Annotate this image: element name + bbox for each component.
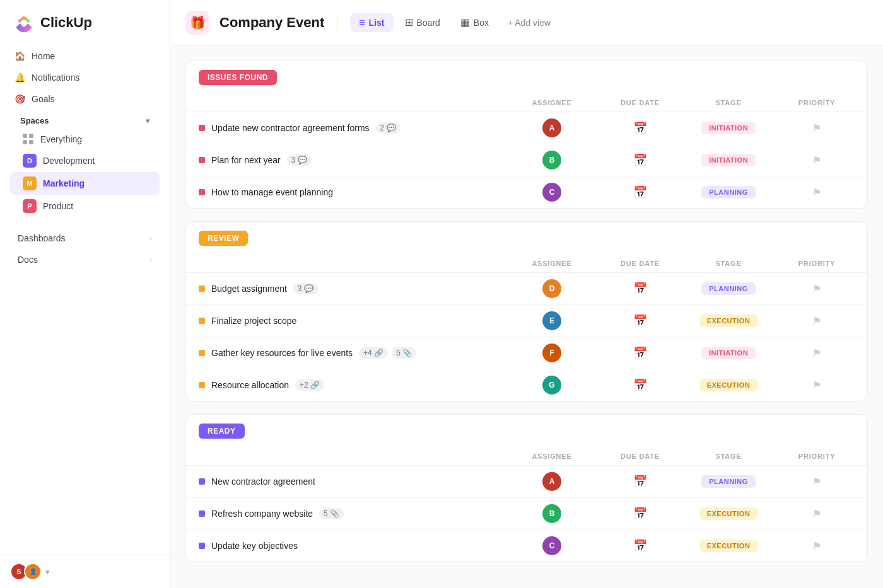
stage-badge-t1: INITIATION bbox=[701, 122, 756, 134]
sidebar-item-product[interactable]: P Product bbox=[10, 195, 160, 217]
col-task-review bbox=[199, 260, 501, 267]
stage-t6: INITIATION bbox=[678, 347, 779, 359]
task-title-t7[interactable]: Resource allocation bbox=[211, 380, 289, 390]
spaces-chevron-icon: ▾ bbox=[146, 117, 149, 125]
calendar-icon-t6: 📅 bbox=[633, 346, 647, 360]
priority-t2: ⚑ bbox=[779, 154, 855, 166]
assignee-t10: C bbox=[501, 536, 602, 555]
calendar-icon-t4: 📅 bbox=[633, 282, 647, 296]
logo-area: ClickUp bbox=[0, 0, 170, 40]
task-title-t8[interactable]: New contractor agreement bbox=[211, 476, 315, 487]
group-header-review: REVIEW bbox=[186, 222, 867, 255]
due-date-t2[interactable]: 📅 bbox=[602, 153, 678, 167]
sidebar-item-marketing[interactable]: M Marketing bbox=[10, 172, 160, 195]
user-chevron-icon[interactable]: ▾ bbox=[45, 567, 50, 577]
tab-board[interactable]: ⊞ Board bbox=[396, 13, 449, 32]
flag-icon-t2: ⚑ bbox=[812, 154, 821, 166]
task-dot-t5 bbox=[199, 318, 205, 324]
due-date-t9[interactable]: 📅 bbox=[602, 507, 678, 521]
task-meta-t6: +4 🔗 5 📎 bbox=[359, 347, 416, 359]
calendar-icon-t9: 📅 bbox=[633, 507, 647, 521]
task-title-t5[interactable]: Finalize project scope bbox=[211, 316, 296, 326]
task-dot-t10 bbox=[199, 543, 205, 549]
priority-t5: ⚑ bbox=[779, 315, 855, 327]
task-name-t8: New contractor agreement bbox=[199, 476, 501, 487]
tab-list[interactable]: ≡ List bbox=[350, 13, 393, 32]
calendar-icon-t7: 📅 bbox=[633, 378, 647, 392]
task-dot-t2 bbox=[199, 157, 205, 163]
due-date-t6[interactable]: 📅 bbox=[602, 346, 678, 360]
col-priority-2: PRIORITY bbox=[779, 453, 855, 460]
spaces-section-header[interactable]: Spaces ▾ bbox=[8, 110, 162, 129]
due-date-t3[interactable]: 📅 bbox=[602, 185, 678, 199]
priority-t1: ⚑ bbox=[779, 122, 855, 134]
task-title-t4[interactable]: Budget assignment bbox=[211, 284, 287, 294]
docs-label: Docs bbox=[18, 255, 38, 265]
due-date-t7[interactable]: 📅 bbox=[602, 378, 678, 392]
meta-t6-links: +4 🔗 bbox=[359, 347, 388, 359]
stage-t10: EXECUTION bbox=[678, 539, 779, 552]
task-dot-t7 bbox=[199, 382, 205, 388]
stage-t2: INITIATION bbox=[678, 154, 779, 166]
col-stage-0: STAGE bbox=[678, 99, 779, 107]
stage-t9: EXECUTION bbox=[678, 507, 779, 520]
sidebar-item-docs[interactable]: Docs › bbox=[8, 249, 162, 270]
due-date-t1[interactable]: 📅 bbox=[602, 121, 678, 135]
add-view-button[interactable]: + Add view bbox=[500, 14, 558, 32]
stage-badge-t4: PLANNING bbox=[701, 282, 755, 295]
flag-icon-t4: ⚑ bbox=[812, 283, 821, 295]
task-name-t3: How to manage event planning bbox=[199, 187, 501, 197]
task-title-t10[interactable]: Update key objectives bbox=[211, 541, 298, 551]
marketing-label: Marketing bbox=[43, 178, 85, 188]
task-title-t6[interactable]: Gather key resources for live events bbox=[211, 348, 353, 358]
assignee-t3: C bbox=[501, 183, 602, 202]
col-stage-1: STAGE bbox=[678, 260, 779, 267]
stage-t1: INITIATION bbox=[678, 122, 779, 134]
sidebar-item-home[interactable]: 🏠 Home bbox=[8, 45, 162, 67]
due-date-t10[interactable]: 📅 bbox=[602, 539, 678, 553]
task-title-t2[interactable]: Plan for next year bbox=[211, 155, 281, 165]
col-duedate-2: DUE DATE bbox=[602, 453, 678, 460]
avatar-t9: B bbox=[542, 504, 561, 523]
user-avatar-2: 👤 bbox=[24, 563, 42, 580]
box-tab-icon: ▦ bbox=[460, 16, 470, 28]
task-group-ready: READY ASSIGNEE DUE DATE STAGE PRIORITY N… bbox=[185, 414, 868, 562]
everything-icon bbox=[23, 134, 34, 145]
group-badge-ready: READY bbox=[199, 424, 245, 439]
group-badge-issues-found: ISSUES FOUND bbox=[199, 70, 277, 85]
task-meta-t9: 5 📎 bbox=[319, 508, 344, 519]
task-name-t6: Gather key resources for live events +4 … bbox=[199, 347, 501, 359]
tab-box[interactable]: ▦ Box bbox=[452, 13, 498, 32]
stage-badge-t7: EXECUTION bbox=[699, 379, 758, 391]
due-date-t8[interactable]: 📅 bbox=[602, 475, 678, 488]
bell-icon: 🔔 bbox=[14, 72, 25, 83]
stage-t4: PLANNING bbox=[678, 282, 779, 295]
stage-t3: PLANNING bbox=[678, 186, 779, 199]
sidebar-item-goals[interactable]: 🎯 Goals bbox=[8, 88, 162, 110]
table-row: How to manage event planning C 📅 PLANNIN… bbox=[186, 176, 867, 208]
task-meta-t4: 3 💬 bbox=[293, 283, 318, 294]
task-title-t9[interactable]: Refresh company website bbox=[211, 509, 313, 519]
dashboards-chevron-icon: › bbox=[149, 234, 152, 243]
product-label: Product bbox=[43, 201, 73, 211]
project-icon: 🎁 bbox=[185, 11, 209, 35]
task-title-t3[interactable]: How to manage event planning bbox=[211, 187, 333, 197]
stage-t8: PLANNING bbox=[678, 475, 779, 488]
task-name-t1: Update new contractor agreement forms 2 … bbox=[199, 122, 501, 134]
table-row: Budget assignment 3 💬 D 📅 PLANNING ⚑ bbox=[186, 273, 867, 305]
assignee-t9: B bbox=[501, 504, 602, 523]
assignee-t8: A bbox=[501, 472, 602, 491]
task-group-review: REVIEW ASSIGNEE DUE DATE STAGE PRIORITY … bbox=[185, 221, 868, 401]
due-date-t4[interactable]: 📅 bbox=[602, 282, 678, 296]
col-task-ready bbox=[199, 453, 501, 460]
sidebar-item-dashboards[interactable]: Dashboards › bbox=[8, 228, 162, 249]
table-row: Finalize project scope E 📅 EXECUTION ⚑ bbox=[186, 305, 867, 337]
sidebar-item-notifications[interactable]: 🔔 Notifications bbox=[8, 67, 162, 88]
due-date-t5[interactable]: 📅 bbox=[602, 314, 678, 328]
box-tab-label: Box bbox=[474, 18, 489, 28]
sidebar-item-development[interactable]: D Development bbox=[10, 149, 160, 172]
task-title-t1[interactable]: Update new contractor agreement forms bbox=[211, 123, 370, 133]
sidebar-item-everything[interactable]: Everything bbox=[10, 129, 160, 149]
header-divider bbox=[337, 14, 337, 32]
priority-t6: ⚑ bbox=[779, 347, 855, 359]
